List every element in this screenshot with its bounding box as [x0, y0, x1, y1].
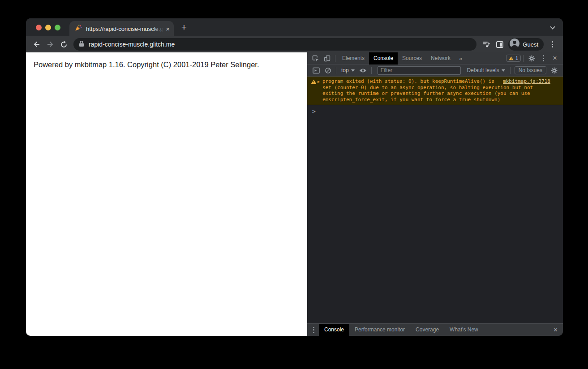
- kebab-menu-icon: [543, 55, 544, 61]
- nav-toolbar: rapid-concise-muscle.glitch.me: [26, 36, 563, 52]
- tab-elements[interactable]: Elements: [338, 52, 369, 64]
- context-label: top: [341, 67, 349, 73]
- source-link[interactable]: mkbitmap.js:3718: [503, 78, 550, 85]
- tab-console[interactable]: Console: [369, 52, 398, 64]
- chevron-down-icon: [502, 69, 505, 72]
- devtools-settings-button[interactable]: [526, 52, 537, 64]
- warnings-badge[interactable]: 1: [506, 55, 521, 62]
- clear-console-icon: [325, 67, 331, 74]
- warning-text-line: program exited (with status: 0), but kee…: [322, 78, 494, 85]
- gear-icon: [551, 67, 558, 74]
- clear-console-button[interactable]: [322, 64, 334, 76]
- lock-icon[interactable]: [79, 40, 84, 49]
- inspect-icon: [312, 55, 319, 62]
- titlebar: https://rapid-concise-muscle.g × +: [26, 18, 563, 36]
- console-input-row[interactable]: >: [307, 105, 563, 115]
- gear-icon: [528, 55, 535, 62]
- tab-title: https://rapid-concise-muscle.g: [86, 26, 163, 32]
- devtools-panel: Elements Console Sources Network » 1: [307, 52, 563, 336]
- browser-tab[interactable]: https://rapid-concise-muscle.g ×: [69, 21, 174, 36]
- tab-close-icon[interactable]: ×: [166, 26, 170, 32]
- kebab-menu-icon: [552, 41, 553, 47]
- device-toolbar-icon: [323, 55, 331, 62]
- back-icon: [33, 40, 41, 48]
- warning-icon: [311, 79, 317, 86]
- separator: [523, 55, 524, 62]
- url-text: rapid-concise-muscle.glitch.me: [89, 41, 175, 48]
- warning-text-line: exiting the runtime or preventing furthe…: [322, 90, 550, 97]
- side-panel-button[interactable]: [493, 38, 506, 51]
- context-selector[interactable]: top: [339, 67, 357, 73]
- devtools-close-button[interactable]: ×: [549, 52, 561, 64]
- traffic-lights: [36, 25, 60, 30]
- chevron-down-icon[interactable]: [550, 24, 555, 29]
- media-controls-button[interactable]: [480, 38, 493, 51]
- device-toolbar-button[interactable]: [321, 52, 333, 64]
- warning-text-line: set (counter=0) due to an async operatio…: [322, 85, 550, 91]
- eye-icon: [359, 68, 367, 73]
- drawer-tab-coverage[interactable]: Coverage: [410, 324, 444, 336]
- separator: [335, 55, 335, 62]
- warning-count: 1: [515, 56, 518, 61]
- more-tabs-button[interactable]: »: [455, 55, 466, 62]
- back-button[interactable]: [30, 38, 43, 51]
- inspect-element-button[interactable]: [309, 52, 321, 64]
- maximize-window-button[interactable]: [55, 25, 60, 30]
- profile-name: Guest: [523, 41, 538, 48]
- browser-window: https://rapid-concise-muscle.g × +: [26, 18, 563, 336]
- separator: [510, 67, 511, 74]
- page-text: Powered by mkbitmap 1.16. Copyright (C) …: [34, 60, 298, 69]
- reload-button[interactable]: [57, 38, 70, 51]
- drawer-tab-whats-new[interactable]: What's New: [444, 324, 484, 336]
- chevron-down-icon: [351, 69, 355, 72]
- warning-icon: [509, 56, 514, 60]
- console-sidebar-icon: [313, 67, 320, 74]
- warning-text-line: emscripten_force_exit, if you want to fo…: [322, 97, 550, 103]
- console-warning-message[interactable]: ▶ program exited (with status: 0), but k…: [307, 77, 563, 105]
- content-area: Powered by mkbitmap 1.16. Copyright (C) …: [26, 52, 563, 336]
- profile-button[interactable]: Guest: [508, 38, 544, 51]
- forward-icon: [46, 40, 54, 48]
- tab-sources[interactable]: Sources: [398, 52, 426, 64]
- close-window-button[interactable]: [36, 25, 42, 30]
- no-issues-button[interactable]: No Issues: [515, 66, 546, 74]
- drawer-menu-icon[interactable]: [313, 327, 314, 333]
- avatar-icon: [510, 39, 519, 50]
- console-sidebar-button[interactable]: [310, 64, 322, 76]
- tab-network[interactable]: Network: [426, 52, 455, 64]
- drawer-tab-console[interactable]: Console: [319, 324, 349, 336]
- log-levels-selector[interactable]: Default levels: [464, 67, 508, 73]
- new-tab-button[interactable]: +: [179, 22, 189, 33]
- browser-menu-button[interactable]: [545, 38, 559, 51]
- console-prompt: >: [312, 108, 316, 115]
- reload-icon: [60, 41, 68, 48]
- forward-button[interactable]: [43, 38, 57, 51]
- devtools-tabbar: Elements Console Sources Network » 1: [307, 52, 563, 64]
- party-popper-favicon-icon: [75, 24, 82, 33]
- filter-input[interactable]: [378, 66, 461, 75]
- levels-label: Default levels: [467, 67, 499, 73]
- console-messages: ▶ program exited (with status: 0), but k…: [307, 77, 563, 323]
- minimize-window-button[interactable]: [45, 25, 51, 30]
- web-page: Powered by mkbitmap 1.16. Copyright (C) …: [26, 52, 307, 336]
- console-settings-button[interactable]: [548, 64, 560, 76]
- disclosure-triangle-icon[interactable]: ▶: [318, 79, 320, 85]
- devtools-drawer: Console Performance monitor Coverage Wha…: [307, 323, 563, 336]
- console-toolbar: top Default levels No Issues: [307, 64, 563, 77]
- drawer-close-button[interactable]: ×: [554, 326, 558, 334]
- devtools-menu-button[interactable]: [537, 52, 549, 64]
- separator: [336, 67, 336, 74]
- address-bar[interactable]: rapid-concise-muscle.glitch.me: [73, 38, 476, 51]
- media-controls-icon: [482, 40, 491, 49]
- separator: [371, 67, 372, 74]
- live-expression-button[interactable]: [357, 64, 369, 76]
- drawer-tab-performance-monitor[interactable]: Performance monitor: [349, 324, 410, 336]
- side-panel-icon: [496, 41, 503, 48]
